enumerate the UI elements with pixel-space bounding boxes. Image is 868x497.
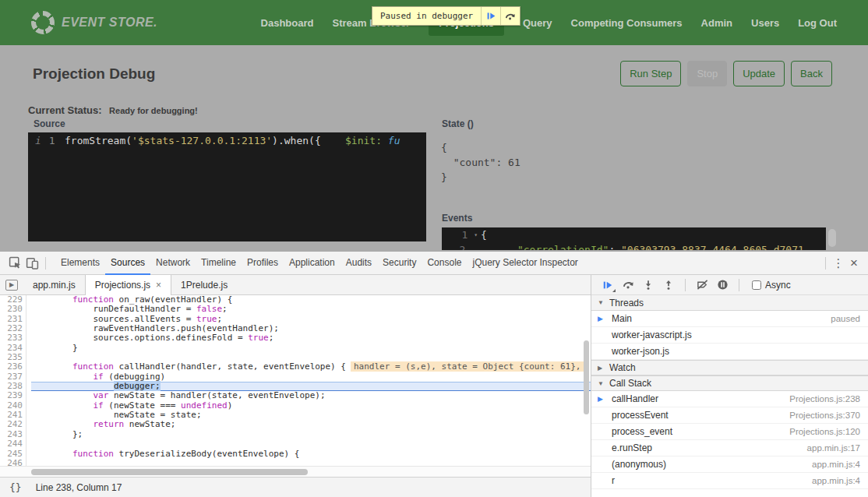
threads-section-header[interactable]: ▼ Threads <box>591 295 868 311</box>
events-editor[interactable]: 1 ▾ { 2 "correlationId": "06303793-8837-… <box>442 227 826 250</box>
source-editor[interactable]: i1 fromStream('$stats-127.0.0.1:2113').w… <box>28 132 426 241</box>
line-number[interactable]: 233 <box>0 333 23 343</box>
events-line1-text: { <box>481 227 487 242</box>
current-status: Current Status: Ready for debugging! <box>28 103 198 117</box>
frame-function: callHandler <box>612 393 658 404</box>
line-number[interactable]: 245 <box>0 449 23 459</box>
call-stack-frame[interactable]: process_event Projections.js:120 <box>591 424 868 440</box>
pause-on-exceptions-button[interactable] <box>714 277 731 293</box>
thread-row-worker-json[interactable]: worker-json.js <box>591 344 868 360</box>
line-number[interactable]: 244 <box>0 439 23 449</box>
line-number[interactable]: 236 <box>0 362 23 372</box>
frame-location: app.min.js:4 <box>812 476 860 485</box>
call-stack-frame-partial[interactable] <box>591 489 868 496</box>
devtools-tab-audits[interactable]: Audits <box>340 252 377 275</box>
line-number[interactable]: 239 <box>0 391 23 400</box>
toolbar-divider <box>685 279 686 291</box>
eventstore-brand[interactable]: EVENT STORE. <box>31 11 157 34</box>
step-over-banner-button[interactable] <box>500 7 520 25</box>
back-button[interactable]: Back <box>791 61 832 86</box>
step-over-button[interactable] <box>619 277 637 293</box>
fold-marker-icon[interactable]: ▾ <box>474 231 478 238</box>
source-gutter[interactable]: i1 <box>28 132 65 150</box>
code-line[interactable]: return newState; <box>31 420 591 429</box>
call-stack-frame[interactable]: (anonymous) app.min.js:4 <box>591 456 868 473</box>
call-stack-frame[interactable]: r app.min.js:4 <box>591 473 868 489</box>
devtools-tab-jquery-selector-inspector[interactable]: jQuery Selector Inspector <box>467 252 583 275</box>
call-stack-section-header[interactable]: ▼ Call Stack <box>591 375 868 391</box>
events-gutter-2[interactable]: 2 <box>442 242 481 250</box>
devtools-tab-timeline[interactable]: Timeline <box>196 252 242 275</box>
source-label: Source <box>34 118 65 129</box>
file-tab-app-min-js[interactable]: app.min.js <box>23 275 85 294</box>
device-toolbar-icon[interactable] <box>23 255 41 272</box>
file-tab-1prelude-js[interactable]: 1Prelude.js <box>171 275 237 294</box>
overflow-menu-icon[interactable]: ⋮ <box>831 256 846 270</box>
code-line[interactable] <box>31 459 591 466</box>
toolbar-divider <box>739 279 739 291</box>
update-button[interactable]: Update <box>733 61 785 86</box>
frame-function: processEvent <box>612 410 669 421</box>
disclosure-triangle-icon[interactable]: ▼ <box>598 299 605 306</box>
run-step-button[interactable]: Run Step <box>620 61 681 86</box>
nav-item-query[interactable]: Query <box>523 17 552 29</box>
disclosure-triangle-icon[interactable]: ▶ <box>598 365 605 372</box>
inspect-element-icon[interactable] <box>6 255 23 272</box>
code-lines[interactable]: function on_raw(eventHandler) { runDefau… <box>26 295 591 466</box>
toolbar-divider <box>825 257 826 270</box>
current-status-label: Current Status: <box>28 104 102 116</box>
eventstore-logo-icon <box>31 11 55 34</box>
show-navigator-button[interactable]: ▶ <box>0 275 23 294</box>
code-line[interactable]: function tryDeserializeBody(eventEnvelop… <box>31 449 591 459</box>
deactivate-breakpoints-button[interactable] <box>693 277 711 293</box>
code-editor[interactable]: 2292302312322332342352362372382392402412… <box>0 295 591 466</box>
nav-item-admin[interactable]: Admin <box>701 17 732 29</box>
line-number-gutter[interactable]: 2292302312322332342352362372382392402412… <box>0 295 26 466</box>
code-line[interactable]: } <box>31 344 591 353</box>
nav-item-dashboard[interactable]: Dashboard <box>261 17 314 29</box>
thread-row-main[interactable]: ▶ Main paused <box>591 311 868 327</box>
resume-button[interactable] <box>599 277 616 293</box>
code-horizontal-scrollbar[interactable] <box>31 469 308 475</box>
nav-item-competing-consumers[interactable]: Competing Consumers <box>571 17 683 29</box>
line-number[interactable]: 230 <box>0 305 23 314</box>
deactivate-breakpoints-icon <box>697 279 708 291</box>
disclosure-triangle-icon[interactable]: ▼ <box>598 380 605 387</box>
devtools-tab-console[interactable]: Console <box>422 252 467 275</box>
async-checkbox[interactable] <box>752 280 761 290</box>
devtools-tab-sources[interactable]: Sources <box>105 252 150 275</box>
close-tab-icon[interactable]: × <box>156 280 161 291</box>
code-horizontal-scrollbar-track[interactable] <box>0 466 591 477</box>
step-out-button[interactable] <box>660 277 677 293</box>
line-number[interactable]: 242 <box>0 420 23 429</box>
frame-location: Projections.js:120 <box>789 427 860 436</box>
close-devtools-icon[interactable]: × <box>846 256 862 271</box>
call-stack-frame[interactable]: ▶ callHandler Projections.js:238 <box>591 391 868 407</box>
call-stack-frame[interactable]: e.runStep app.min.js:17 <box>591 440 868 456</box>
resume-script-button[interactable] <box>481 7 500 25</box>
devtools-tab-profiles[interactable]: Profiles <box>242 252 284 275</box>
file-tabs: ▶ app.min.js Projections.js× 1Prelude.js <box>0 275 591 295</box>
thread-row-worker-javascript[interactable]: worker-javascript.js <box>591 327 868 344</box>
call-stack-frame[interactable]: processEvent Projections.js:370 <box>591 407 868 424</box>
events-line-2: 2 "correlationId": "06303793-8837-4464-8… <box>442 242 826 250</box>
events-gutter[interactable]: 1 ▾ <box>442 227 481 242</box>
devtools-tab-security[interactable]: Security <box>377 252 422 275</box>
line-number[interactable]: 246 <box>0 459 23 466</box>
devtools-tab-network[interactable]: Network <box>150 252 196 275</box>
debugger-sidebar: Async ▼ Threads ▶ Main paused worker-jav… <box>591 275 868 497</box>
nav-item-log-out[interactable]: Log Out <box>798 17 837 29</box>
code-vertical-scrollbar[interactable] <box>584 340 589 414</box>
thread-name: worker-json.js <box>612 346 669 357</box>
devtools-tab-application[interactable]: Application <box>284 252 340 275</box>
step-into-button[interactable] <box>640 277 657 293</box>
watch-section-header[interactable]: ▶ Watch <box>591 360 868 375</box>
file-tab-projections-js[interactable]: Projections.js× <box>85 275 171 295</box>
code-line[interactable]: sources.options.definesFold = true; <box>31 333 591 343</box>
code-line[interactable]: }; <box>31 430 591 439</box>
thread-status: paused <box>831 314 860 323</box>
devtools-tab-elements[interactable]: Elements <box>55 252 105 275</box>
nav-item-users[interactable]: Users <box>751 17 779 29</box>
events-vertical-scrollbar[interactable] <box>828 229 836 247</box>
pretty-print-icon[interactable]: {} <box>9 481 22 493</box>
